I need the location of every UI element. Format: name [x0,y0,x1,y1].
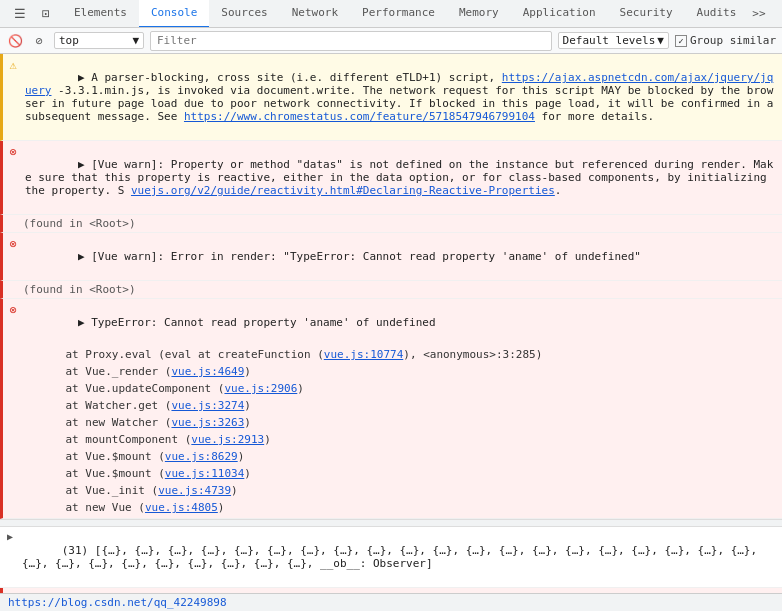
context-selector[interactable]: top ▼ [54,32,144,49]
group-similar-checkbox[interactable]: ✓ [675,35,687,47]
vuejs-link-1[interactable]: vuejs.org/v2/guide/reactivity.html#Decla… [131,184,555,197]
expand-arrow-icon: ▶ [7,531,13,542]
tab-icon-group: ☰ ⊡ [4,4,62,24]
found-in-root-2: (found in <Root>) [0,281,782,299]
inspect-icon[interactable]: ☰ [10,4,30,24]
clear-console-icon[interactable]: 🚫 [6,32,24,50]
stack-link-10[interactable]: vue.js:4805 [145,500,218,515]
tab-console[interactable]: Console [139,0,209,28]
stack-link-8[interactable]: vue.js:11034 [165,466,244,481]
more-tabs-icon[interactable]: >> [748,7,769,20]
error-icon-datas-1: ⊗ [3,143,23,159]
devtools-tab-bar: ☰ ⊡ Elements Console Sources Network Per… [0,0,782,28]
status-text: https://blog.csdn.net/qq_42249898 [8,596,227,609]
console-divider [0,519,782,527]
group-similar-text: Group similar [690,34,776,47]
stack-line-5: at new Watcher (vue.js:3263) [3,414,782,431]
error-circle-icon-2: ⊗ [9,237,16,251]
warning-message-1: ⚠ ▶ A parser-blocking, cross site (i.e. … [0,54,782,141]
typeerror-stack-1: at Proxy.eval (eval at createFunction (v… [3,346,782,518]
tab-application[interactable]: Application [511,0,608,28]
stack-link-6[interactable]: vue.js:2913 [191,432,264,447]
group-similar-label[interactable]: ✓ Group similar [675,34,776,47]
warning-icon-1: ⚠ [3,56,23,72]
error-circle-icon-1: ⊗ [9,145,16,159]
filter-icon[interactable]: ⊘ [30,32,48,50]
stack-line-7: at Vue.$mount (vue.js:8629) [3,448,782,465]
expand-array-icon[interactable]: ▶ [0,529,20,542]
found-in-root-1: (found in <Root>) [0,215,782,233]
stack-link-2[interactable]: vue.js:4649 [171,364,244,379]
tab-memory[interactable]: Memory [447,0,511,28]
typeerror-text-1: ▶ TypeError: Cannot read property 'aname… [23,301,782,344]
error-icon-type-1: ⊗ [3,301,23,317]
array-log-text: (31) [{…}, {…}, {…}, {…}, {…}, {…}, {…},… [20,529,782,585]
warning-header-1: ⚠ ▶ A parser-blocking, cross site (i.e. … [3,54,782,140]
tab-elements[interactable]: Elements [62,0,139,28]
tab-network[interactable]: Network [280,0,350,28]
level-label: Default levels [563,34,656,47]
stack-line-4: at Watcher.get (vue.js:3274) [3,397,782,414]
stack-link-5[interactable]: vue.js:3263 [171,415,244,430]
error-vue-warn-datas-1: ⊗ ▶ [Vue warn]: Property or method "data… [0,141,782,215]
error-circle-icon-3: ⊗ [9,303,16,317]
console-output: ⚠ ▶ A parser-blocking, cross site (i.e. … [0,54,782,610]
stack-line-6: at mountComponent (vue.js:2913) [3,431,782,448]
stack-link-9[interactable]: vue.js:4739 [158,483,231,498]
context-arrow-icon: ▼ [132,34,139,47]
array-log-row: ▶ (31) [{…}, {…}, {…}, {…}, {…}, {…}, {…… [0,527,782,588]
tab-audits[interactable]: Audits [685,0,749,28]
error-text-render-1: ▶ [Vue warn]: Error in render: "TypeErro… [23,235,782,278]
tab-security[interactable]: Security [608,0,685,28]
stack-line-1: at Proxy.eval (eval at createFunction (v… [3,346,782,363]
error-icon-render-1: ⊗ [3,235,23,251]
context-value: top [59,34,79,47]
error-header-render-1: ⊗ ▶ [Vue warn]: Error in render: "TypeEr… [3,233,782,280]
warning-link-1[interactable]: https://ajax.aspnetcdn.com/ajax/jquery/j… [25,71,773,97]
tab-sources[interactable]: Sources [209,0,279,28]
error-vue-warn-render-1: ⊗ ▶ [Vue warn]: Error in render: "TypeEr… [0,233,782,281]
stack-link-7[interactable]: vue.js:8629 [165,449,238,464]
stack-line-3: at Vue.updateComponent (vue.js:2906) [3,380,782,397]
device-icon[interactable]: ⊡ [36,4,56,24]
tab-performance[interactable]: Performance [350,0,447,28]
console-filter-bar: 🚫 ⊘ top ▼ Default levels ▼ ✓ Group simil… [0,28,782,54]
level-arrow-icon: ▼ [657,34,664,47]
stack-link-1[interactable]: vue.js:10774 [324,347,403,362]
error-text-datas-1: ▶ [Vue warn]: Property or method "datas"… [23,143,782,212]
stack-line-8: at Vue.$mount (vue.js:11034) [3,465,782,482]
log-level-selector[interactable]: Default levels ▼ [558,32,669,49]
stack-line-10: at new Vue (vue.js:4805) [3,499,782,516]
stack-link-3[interactable]: vue.js:2906 [224,381,297,396]
error-header-datas-1: ⊗ ▶ [Vue warn]: Property or method "data… [3,141,782,214]
warning-triangle-icon: ⚠ [9,58,16,72]
typeerror-header-1: ⊗ ▶ TypeError: Cannot read property 'ana… [3,299,782,346]
status-bar: https://blog.csdn.net/qq_42249898 [0,593,782,611]
stack-link-4[interactable]: vue.js:3274 [171,398,244,413]
typeerror-block-1: ⊗ ▶ TypeError: Cannot read property 'ana… [0,299,782,519]
warning-text-1: ▶ A parser-blocking, cross site (i.e. di… [23,56,782,138]
stack-line-9: at Vue._init (vue.js:4739) [3,482,782,499]
filter-input[interactable] [150,31,552,51]
stack-line-2: at Vue._render (vue.js:4649) [3,363,782,380]
warning-link-2[interactable]: https://www.chromestatus.com/feature/571… [184,110,535,123]
